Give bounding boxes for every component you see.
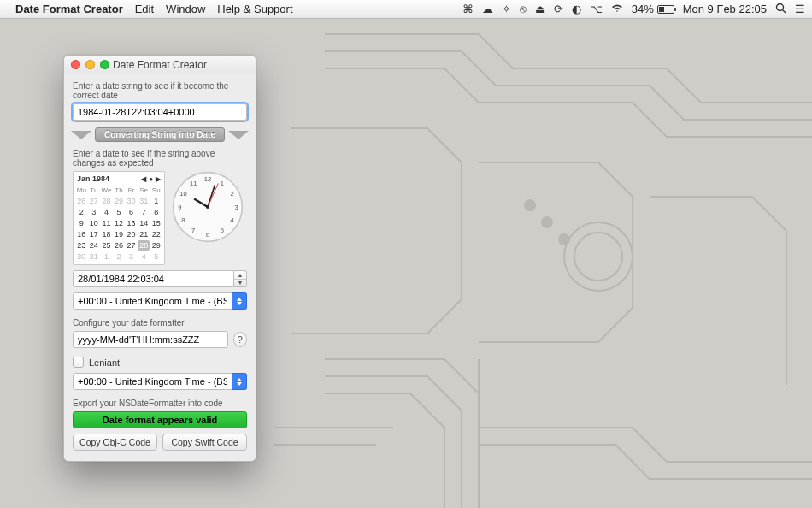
tray-icon[interactable]: ✧ (502, 3, 511, 15)
chevron-down-icon (71, 131, 91, 139)
menubar-clock[interactable]: Mon 9 Feb 22:05 (683, 3, 767, 15)
leniant-checkbox[interactable] (73, 357, 84, 368)
window-close-button[interactable] (71, 60, 80, 69)
calendar-day[interactable]: 16 (75, 229, 88, 239)
section-label: Enter a date to see if the string above … (73, 149, 247, 168)
datetime-stepper[interactable]: ▲▼ (234, 270, 247, 287)
calendar-day-other[interactable]: 27 (88, 196, 101, 206)
svg-text:6: 6 (206, 231, 209, 239)
calendar-day[interactable]: 27 (125, 240, 138, 251)
calendar-today-icon[interactable]: ● (149, 175, 153, 183)
calendar-day-other[interactable]: 2 (113, 251, 126, 262)
calendar-dow: Mo (75, 186, 88, 195)
calendar-day[interactable]: 12 (113, 218, 126, 228)
calendar-day[interactable]: 4 (100, 207, 113, 217)
menubar: Date Format Creator Edit Window Help & S… (0, 0, 812, 19)
calendar-day-other[interactable]: 26 (75, 196, 88, 206)
svg-point-3 (542, 217, 552, 227)
calendar-day[interactable]: 22 (150, 229, 162, 239)
calendar-dow: Se (138, 186, 150, 195)
spotlight-icon[interactable] (775, 3, 786, 16)
tray-icon[interactable]: ⏏ (535, 3, 545, 15)
calendar-day[interactable]: 1 (150, 196, 162, 206)
svg-point-2 (525, 200, 535, 210)
calendar-day[interactable]: 8 (150, 207, 162, 217)
svg-point-23 (206, 205, 209, 209)
svg-text:8: 8 (181, 216, 185, 224)
calendar-day[interactable]: 20 (125, 229, 138, 239)
calendar-day[interactable]: 21 (138, 229, 150, 239)
calendar-next-icon[interactable]: ▶ (156, 175, 161, 183)
section-label: Export your NSDateFormatter into code (73, 399, 247, 408)
calendar-day[interactable]: 23 (75, 240, 88, 251)
wifi-icon[interactable] (611, 3, 623, 15)
timezone-select-button[interactable] (232, 292, 247, 310)
calendar-day[interactable]: 19 (113, 229, 126, 239)
datetime-input[interactable] (73, 270, 234, 287)
svg-text:12: 12 (204, 175, 211, 183)
calendar-day[interactable]: 24 (88, 240, 101, 251)
calendar-day-other[interactable]: 4 (138, 251, 150, 262)
calendar[interactable]: Jan 1984 ◀ ● ▶ MoTuWeThFrSeSu26272829303… (73, 171, 165, 265)
tray-icon[interactable]: ☁︎ (482, 3, 493, 15)
window-zoom-button[interactable] (100, 60, 109, 69)
notification-center-icon[interactable]: ☰ (795, 3, 805, 15)
menu-edit[interactable]: Edit (135, 3, 154, 15)
calendar-day-other[interactable]: 30 (125, 196, 138, 206)
window-title: Date Format Creator (113, 59, 207, 71)
calendar-day-other[interactable]: 29 (113, 196, 126, 206)
svg-point-5 (777, 3, 784, 10)
tray-icon[interactable]: ⌘ (462, 3, 474, 15)
svg-line-6 (783, 9, 786, 13)
menubar-app-name[interactable]: Date Format Creator (15, 3, 123, 15)
calendar-day[interactable]: 29 (150, 240, 162, 251)
analog-clock: 1212 345 678 91011 (172, 171, 244, 243)
calendar-day[interactable]: 5 (113, 207, 126, 217)
window-minimize-button[interactable] (85, 60, 95, 69)
calendar-day-other[interactable]: 30 (75, 251, 88, 262)
calendar-day[interactable]: 14 (138, 218, 150, 228)
battery-status[interactable]: 34% (632, 3, 674, 15)
calendar-day-other[interactable]: 31 (138, 196, 150, 206)
calendar-day[interactable]: 13 (125, 218, 138, 228)
svg-text:5: 5 (221, 227, 224, 234)
calendar-day-other[interactable]: 28 (100, 196, 113, 206)
validity-status: Date format appears valid (73, 411, 247, 428)
calendar-day[interactable]: 10 (88, 218, 101, 228)
date-string-input[interactable] (73, 103, 247, 121)
svg-point-1 (574, 233, 622, 281)
tray-icon[interactable]: ⟳ (554, 3, 563, 15)
calendar-day[interactable]: 28 (138, 240, 150, 251)
calendar-day[interactable]: 25 (100, 240, 113, 251)
calendar-day[interactable]: 7 (138, 207, 150, 217)
calendar-day[interactable]: 3 (88, 207, 101, 217)
battery-percent: 34% (632, 3, 654, 15)
format-string-input[interactable] (73, 331, 228, 348)
calendar-prev-icon[interactable]: ◀ (141, 175, 146, 183)
svg-text:1: 1 (221, 180, 224, 187)
tray-icon[interactable]: ⎋ (520, 3, 527, 15)
calendar-day[interactable]: 6 (125, 207, 138, 217)
calendar-day[interactable]: 17 (88, 229, 101, 239)
titlebar[interactable]: Date Format Creator (64, 56, 256, 74)
calendar-day-other[interactable]: 3 (125, 251, 138, 262)
calendar-day[interactable]: 11 (100, 218, 113, 228)
tray-icon[interactable]: ⌥ (590, 3, 603, 15)
timezone-select[interactable] (73, 292, 232, 310)
menu-help[interactable]: Help & Support (217, 3, 292, 15)
help-button[interactable]: ? (233, 332, 247, 347)
formatter-timezone-select-button[interactable] (232, 373, 247, 390)
copy-objc-button[interactable]: Copy Obj-C Code (73, 434, 157, 451)
formatter-timezone-select[interactable] (73, 373, 232, 390)
menu-window[interactable]: Window (166, 3, 205, 15)
calendar-day-other[interactable]: 31 (88, 251, 101, 262)
calendar-day[interactable]: 15 (150, 218, 162, 228)
calendar-day[interactable]: 18 (100, 229, 113, 239)
tray-icon[interactable]: ◐ (572, 3, 581, 15)
calendar-day-other[interactable]: 5 (150, 251, 162, 262)
calendar-day-other[interactable]: 1 (100, 251, 113, 262)
copy-swift-button[interactable]: Copy Swift Code (162, 434, 247, 451)
calendar-day[interactable]: 9 (75, 218, 88, 228)
calendar-day[interactable]: 26 (113, 240, 126, 251)
calendar-day[interactable]: 2 (75, 207, 88, 217)
